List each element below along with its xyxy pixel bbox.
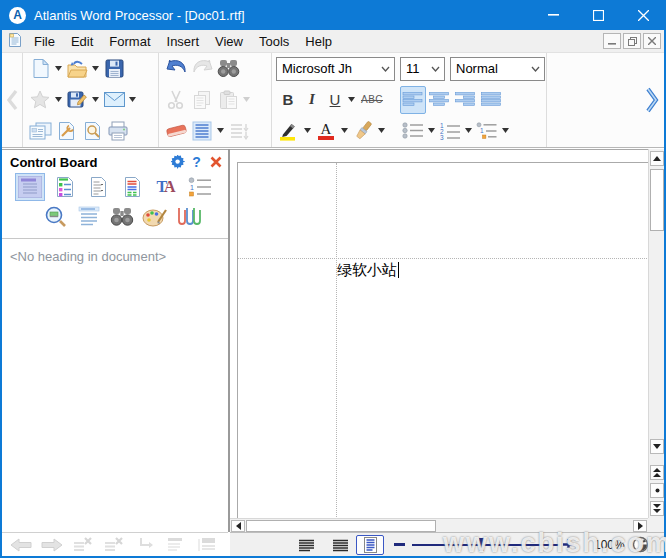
doc-restore-button[interactable] <box>623 33 641 49</box>
select-browse-object-button[interactable] <box>650 483 664 498</box>
menu-tools[interactable]: Tools <box>251 32 297 51</box>
menu-view[interactable]: View <box>207 32 251 51</box>
align-left-button[interactable] <box>400 86 426 114</box>
favorites-button[interactable] <box>27 86 53 114</box>
settings-gear-icon[interactable] <box>169 154 186 171</box>
move-heading-button[interactable] <box>132 535 158 555</box>
document-tools-button[interactable] <box>53 117 79 145</box>
close-button[interactable] <box>621 0 666 30</box>
line-spacing-dropdown[interactable] <box>215 117 226 145</box>
toolbar-scroll-left-button[interactable] <box>2 53 23 147</box>
address-labels-button[interactable] <box>27 117 53 145</box>
underline-dropdown[interactable] <box>346 86 357 114</box>
panel-close-icon[interactable] <box>207 154 224 171</box>
scroll-right-button[interactable] <box>633 520 647 532</box>
heading-block-button[interactable] <box>194 535 220 555</box>
font-color-dropdown[interactable] <box>339 117 350 145</box>
bullet-list-button[interactable] <box>400 117 426 145</box>
copy-button[interactable] <box>189 86 215 114</box>
fields-panel-button[interactable] <box>83 173 113 201</box>
sort-button[interactable] <box>226 117 252 145</box>
font-size-select[interactable]: 11 <box>400 57 445 81</box>
document-canvas[interactable]: 绿软小站 <box>230 149 648 518</box>
horizontal-scrollbar[interactable] <box>230 518 648 532</box>
redo-button[interactable] <box>189 55 215 83</box>
forward-button[interactable] <box>39 535 65 555</box>
zoom-out-button[interactable] <box>394 543 405 546</box>
bookmarks-panel-button[interactable] <box>49 173 79 201</box>
format-painter-dropdown[interactable] <box>376 117 387 145</box>
highlight-dropdown[interactable] <box>302 117 313 145</box>
draft-view-button[interactable] <box>294 535 318 555</box>
find-panel-button[interactable] <box>107 203 137 231</box>
back-button[interactable] <box>8 535 34 555</box>
print-button[interactable] <box>105 117 131 145</box>
zoom-dialog-button[interactable] <box>632 536 649 557</box>
save-button[interactable] <box>101 55 127 83</box>
menu-insert[interactable]: Insert <box>159 32 208 51</box>
eraser-button[interactable] <box>163 117 189 145</box>
open-button[interactable] <box>64 55 90 83</box>
next-page-button[interactable] <box>650 501 664 516</box>
bullet-list-dropdown[interactable] <box>426 117 437 145</box>
new-document-dropdown[interactable] <box>53 55 64 83</box>
document-page[interactable]: 绿软小站 <box>237 162 648 518</box>
highlight-button[interactable] <box>276 117 302 145</box>
heading-list-button[interactable] <box>163 535 189 555</box>
multilevel-list-button[interactable]: 1 <box>474 117 500 145</box>
find-button[interactable] <box>215 55 241 83</box>
new-document-button[interactable] <box>27 55 53 83</box>
format-painter-button[interactable] <box>350 117 376 145</box>
doc-minimize-button[interactable] <box>603 33 621 49</box>
undo-button[interactable] <box>163 55 189 83</box>
fonts-panel-button[interactable]: TA <box>151 173 181 201</box>
styles-panel-button[interactable] <box>117 173 147 201</box>
maximize-button[interactable] <box>576 0 621 30</box>
paste-dropdown[interactable] <box>241 86 252 114</box>
menu-format[interactable]: Format <box>101 32 158 51</box>
underline-button[interactable]: U <box>324 86 346 114</box>
document-text[interactable]: 绿软小站 <box>337 261 399 280</box>
italic-button[interactable]: I <box>300 86 324 114</box>
colors-palette-button[interactable] <box>140 203 170 231</box>
promote-heading-button[interactable] <box>101 535 127 555</box>
menu-help[interactable]: Help <box>297 32 340 51</box>
web-layout-view-button[interactable] <box>328 535 352 555</box>
numbered-list-dropdown[interactable] <box>463 117 474 145</box>
save-as-dropdown[interactable] <box>90 86 101 114</box>
numbered-list-button[interactable]: 123 <box>437 117 463 145</box>
doc-close-button[interactable] <box>643 33 661 49</box>
vertical-scroll-thumb[interactable] <box>650 169 664 231</box>
align-right-button[interactable] <box>452 86 478 114</box>
align-center-button[interactable] <box>426 86 452 114</box>
strikethrough-button[interactable]: ABC <box>357 86 387 114</box>
attachments-paperclips-button[interactable] <box>173 203 203 231</box>
scroll-up-button[interactable] <box>650 151 664 166</box>
favorites-dropdown[interactable] <box>53 86 64 114</box>
line-spacing-button[interactable] <box>189 117 215 145</box>
zoom-slider-track[interactable] <box>412 544 560 546</box>
print-layout-view-button[interactable] <box>356 535 384 555</box>
menu-edit[interactable]: Edit <box>63 32 101 51</box>
zoom-in-button[interactable] <box>562 537 575 555</box>
save-as-button[interactable] <box>64 86 90 114</box>
open-dropdown[interactable] <box>90 55 101 83</box>
clips-text-button[interactable] <box>74 203 104 231</box>
cut-button[interactable] <box>163 86 189 114</box>
font-family-select[interactable]: Microsoft Jh <box>276 57 395 81</box>
outline-panel-button[interactable]: 1 <box>185 173 215 201</box>
print-preview-button[interactable] <box>79 117 105 145</box>
align-justify-button[interactable] <box>478 86 504 114</box>
menu-file[interactable]: File <box>26 32 63 51</box>
preview-zoom-button[interactable] <box>41 203 71 231</box>
minimize-button[interactable] <box>531 0 576 30</box>
email-dropdown[interactable] <box>127 86 138 114</box>
scroll-left-button[interactable] <box>231 520 245 532</box>
horizontal-scroll-thumb[interactable] <box>246 520 436 532</box>
email-button[interactable] <box>101 86 127 114</box>
vertical-scrollbar[interactable] <box>648 149 664 518</box>
help-button[interactable]: ? <box>188 154 205 171</box>
font-color-button[interactable]: A <box>313 117 339 145</box>
zoom-slider-thumb[interactable] <box>479 538 484 551</box>
toolbar-scroll-right-button[interactable] <box>547 53 663 147</box>
